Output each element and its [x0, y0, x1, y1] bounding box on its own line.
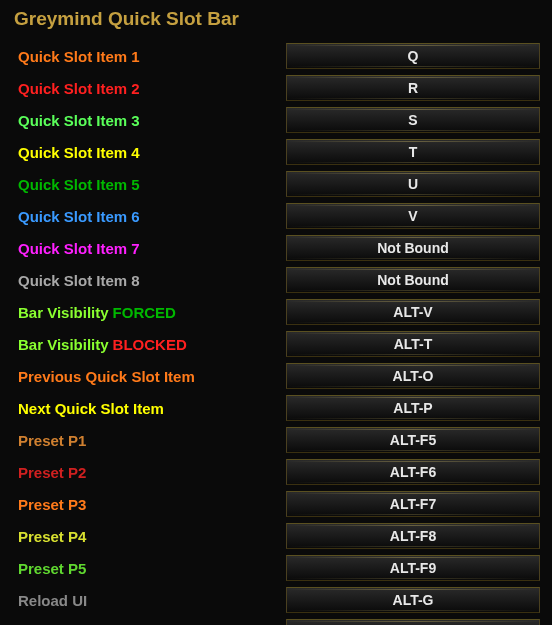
- keybinding-row[interactable]: Quick Slot Item 5U: [12, 168, 540, 200]
- keybinding-value[interactable]: ALT-U: [286, 619, 540, 625]
- keybinding-row[interactable]: Quick Slot Item 6V: [12, 200, 540, 232]
- keybinding-value[interactable]: T: [286, 139, 540, 165]
- keybinding-list: Quick Slot Item 1QQuick Slot Item 2RQuic…: [12, 40, 540, 625]
- keybinding-label: Preset P3: [12, 496, 286, 513]
- keybinding-label-part: Bar Visibility: [18, 336, 109, 353]
- keybinding-label: Quick Slot Item 5: [12, 176, 286, 193]
- keybinding-row[interactable]: Clear ChatALT-U: [12, 616, 540, 625]
- keybinding-row[interactable]: Quick Slot Item 7Not Bound: [12, 232, 540, 264]
- keybinding-label-part: FORCED: [113, 304, 176, 321]
- keybinding-value[interactable]: ALT-O: [286, 363, 540, 389]
- keybinding-row[interactable]: Quick Slot Item 3S: [12, 104, 540, 136]
- keybinding-label: Quick Slot Item 7: [12, 240, 286, 257]
- keybinding-label: Next Quick Slot Item: [12, 400, 286, 417]
- keybinding-value[interactable]: R: [286, 75, 540, 101]
- keybinding-value[interactable]: ALT-F9: [286, 555, 540, 581]
- keybinding-row[interactable]: Preset P2ALT-F6: [12, 456, 540, 488]
- keybinding-value[interactable]: ALT-V: [286, 299, 540, 325]
- keybinding-value[interactable]: ALT-F8: [286, 523, 540, 549]
- keybinding-row[interactable]: Preset P4ALT-F8: [12, 520, 540, 552]
- keybinding-row[interactable]: Preset P1ALT-F5: [12, 424, 540, 456]
- keybinding-row[interactable]: Quick Slot Item 4T: [12, 136, 540, 168]
- keybinding-value[interactable]: Not Bound: [286, 235, 540, 261]
- keybinding-label: Quick Slot Item 1: [12, 48, 286, 65]
- keybinding-value[interactable]: V: [286, 203, 540, 229]
- keybinding-row[interactable]: Previous Quick Slot ItemALT-O: [12, 360, 540, 392]
- keybinding-row[interactable]: Quick Slot Item 1Q: [12, 40, 540, 72]
- keybinding-value[interactable]: Q: [286, 43, 540, 69]
- keybinding-row[interactable]: Bar VisibilityFORCEDALT-V: [12, 296, 540, 328]
- keybinding-row[interactable]: Reload UIALT-G: [12, 584, 540, 616]
- keybinding-label: Quick Slot Item 2: [12, 80, 286, 97]
- keybinding-value[interactable]: S: [286, 107, 540, 133]
- keybinding-value[interactable]: ALT-F7: [286, 491, 540, 517]
- keybinding-value[interactable]: ALT-F6: [286, 459, 540, 485]
- keybinding-value[interactable]: ALT-P: [286, 395, 540, 421]
- panel-title: Greymind Quick Slot Bar: [12, 8, 540, 30]
- keybinding-label: Quick Slot Item 4: [12, 144, 286, 161]
- keybinding-label: Quick Slot Item 8: [12, 272, 286, 289]
- keybinding-value[interactable]: ALT-G: [286, 587, 540, 613]
- keybinding-row[interactable]: Preset P5ALT-F9: [12, 552, 540, 584]
- keybinding-label: Bar VisibilityBLOCKED: [12, 336, 286, 353]
- keybinding-label: Preset P1: [12, 432, 286, 449]
- keybinding-label: Preset P5: [12, 560, 286, 577]
- keybinding-label-part: Bar Visibility: [18, 304, 109, 321]
- keybinding-label: Quick Slot Item 3: [12, 112, 286, 129]
- keybinding-row[interactable]: Bar VisibilityBLOCKEDALT-T: [12, 328, 540, 360]
- keybinding-label: Preset P4: [12, 528, 286, 545]
- keybinding-value[interactable]: ALT-T: [286, 331, 540, 357]
- keybinding-label: Previous Quick Slot Item: [12, 368, 286, 385]
- keybinding-row[interactable]: Quick Slot Item 8Not Bound: [12, 264, 540, 296]
- keybinding-row[interactable]: Quick Slot Item 2R: [12, 72, 540, 104]
- keybinding-value[interactable]: U: [286, 171, 540, 197]
- keybinding-label: Bar VisibilityFORCED: [12, 304, 286, 321]
- keybinding-label: Reload UI: [12, 592, 286, 609]
- keybinding-value[interactable]: Not Bound: [286, 267, 540, 293]
- keybinding-row[interactable]: Next Quick Slot ItemALT-P: [12, 392, 540, 424]
- keybinding-row[interactable]: Preset P3ALT-F7: [12, 488, 540, 520]
- keybinding-label: Quick Slot Item 6: [12, 208, 286, 225]
- keybinding-label: Preset P2: [12, 464, 286, 481]
- keybinding-value[interactable]: ALT-F5: [286, 427, 540, 453]
- keybinding-label-part: BLOCKED: [113, 336, 187, 353]
